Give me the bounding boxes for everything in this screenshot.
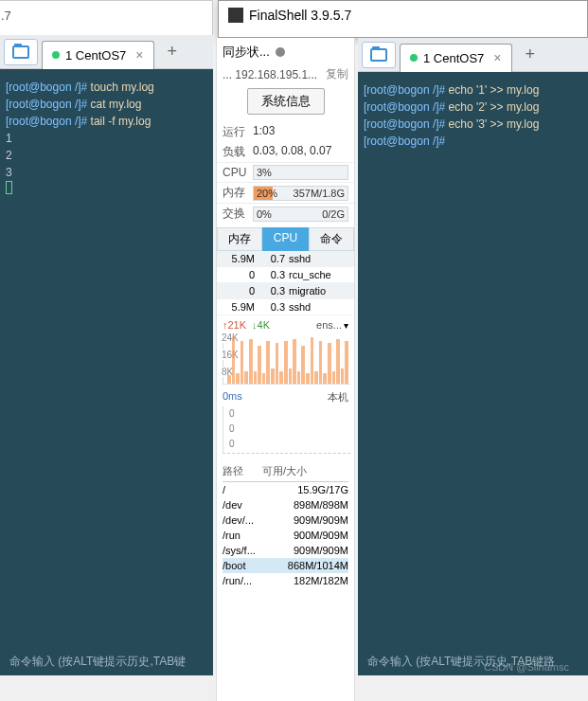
sync-label: 同步状... [223, 44, 270, 61]
ping-value: 0ms [223, 390, 242, 404]
cmd: echo '2' >> my.log [449, 100, 540, 114]
ping-row: 0ms 本机 [217, 386, 354, 404]
sync-dot-icon [276, 47, 285, 57]
input-hint[interactable]: 命令输入 (按ALT键提示历史,TAB键 [9, 654, 213, 670]
ip-row: ... 192.168.195.1... 复制 [217, 66, 354, 88]
status-dot-icon [410, 54, 418, 62]
net-chart: 24K 16K 8K [223, 333, 350, 385]
load-value: 0.03, 0.08, 0.07 [253, 144, 348, 160]
copy-button[interactable]: 复制 [326, 66, 348, 82]
disk-head-path[interactable]: 路径 [223, 464, 262, 478]
ping-chart: 0 0 0 [223, 406, 350, 454]
tab-label: 1 CentOS7 [423, 51, 484, 65]
app-icon [228, 8, 243, 23]
info-panel: 同步状... ... 192.168.195.1... 复制 系统信息 运行1:… [216, 38, 355, 701]
proc-tab-cpu[interactable]: CPU [262, 227, 308, 251]
prompt: [root@bogon /]# [364, 135, 445, 148]
cursor-icon [6, 181, 12, 194]
output-line: 2 [6, 147, 207, 164]
output-line: 3 [6, 164, 207, 181]
disk-row[interactable]: /sys/f...909M/909M [223, 543, 348, 558]
disk-row[interactable]: /dev/...909M/909M [223, 512, 348, 528]
swap-bar: 0%0/2G [253, 207, 348, 222]
swap-pct: 0% [254, 208, 272, 220]
bg-title-fragment: .7 [1, 9, 11, 23]
cmd: cat my.log [91, 98, 142, 111]
prompt: [root@bogon /]# [6, 115, 87, 128]
close-icon[interactable]: × [135, 47, 143, 63]
net-iface[interactable]: ens... [316, 319, 342, 331]
cpu-bar: 3% [253, 165, 348, 180]
folder-icon [12, 45, 29, 59]
status-dot-icon [52, 51, 60, 59]
mem-label: 内存 [223, 185, 253, 201]
proc-table: 5.9M0.7sshd 00.3rcu_sche 00.3migratio 5.… [217, 251, 354, 315]
mem-bar: 20%357M/1.8G [253, 186, 348, 201]
folder-button[interactable] [362, 42, 396, 68]
load-label: 负载 [223, 144, 253, 160]
terminal-right[interactable]: [root@bogon /]# echo '1' >> my.log [root… [358, 72, 588, 675]
cmd: echo '3' >> my.log [449, 117, 540, 131]
sync-status[interactable]: 同步状... [217, 38, 354, 66]
uptime-label: 运行 [223, 124, 253, 140]
proc-tab-mem[interactable]: 内存 [217, 227, 262, 251]
swap-txt: 0/2G [322, 208, 345, 220]
ip-text: ... 192.168.195.1... [223, 68, 317, 81]
cmd: echo '1' >> my.log [449, 83, 540, 97]
mem-txt: 357M/1.8G [294, 188, 345, 199]
disk-row[interactable]: /dev898M/898M [223, 497, 348, 512]
prompt: [root@bogon /]# [6, 81, 87, 94]
cmd: touch my.log [91, 81, 154, 94]
proc-row[interactable]: 5.9M0.3sshd [217, 299, 354, 315]
main-window: FinalShell 3.9.5.7 [218, 0, 588, 38]
titlebar[interactable]: FinalShell 3.9.5.7 [219, 1, 587, 29]
prompt: [root@bogon /]# [6, 98, 87, 111]
cpu-pct: 3% [254, 167, 272, 178]
uptime-value: 1:03 [253, 124, 348, 140]
disk-row[interactable]: /15.9G/17G [223, 482, 348, 497]
proc-tab-cmd[interactable]: 命令 [309, 227, 354, 251]
disk-row[interactable]: /run/...182M/182M [223, 573, 348, 588]
net-down: ↓4K [252, 319, 270, 331]
ping-host[interactable]: 本机 [328, 390, 348, 404]
disk-row[interactable]: /boot868M/1014M [223, 558, 348, 573]
tab-right[interactable]: 1 CentOS7 × [400, 44, 512, 72]
net-up: ↑21K [223, 319, 246, 331]
sysinfo-button[interactable]: 系统信息 [247, 88, 325, 115]
cmd: tail -f my.log [91, 115, 151, 128]
prompt: [root@bogon /]# [364, 100, 445, 114]
tab-label: 1 CentOS7 [65, 48, 126, 63]
proc-row[interactable]: 5.9M0.7sshd [217, 251, 354, 267]
tab-add-button[interactable]: + [160, 42, 186, 62]
swap-label: 交换 [223, 206, 253, 222]
disk-row[interactable]: /run900M/909M [223, 528, 348, 543]
prompt: [root@bogon /]# [364, 83, 445, 97]
chevron-down-icon[interactable]: ▾ [344, 320, 348, 331]
mem-pct: 20% [254, 188, 277, 199]
net-row: ↑21K ↓4K ens... ▾ [217, 315, 354, 331]
folder-button[interactable] [4, 39, 38, 65]
close-icon[interactable]: × [493, 50, 501, 65]
tab-left[interactable]: 1 CentOS7 × [42, 41, 154, 69]
terminal-left[interactable]: [root@bogon /]# touch my.log [root@bogon… [0, 69, 213, 675]
proc-row[interactable]: 00.3migratio [217, 283, 354, 299]
left-tabbar: 1 CentOS7 × + [0, 35, 213, 69]
disk-table: 路径可用/大小 /15.9G/17G /dev898M/898M /dev/..… [217, 461, 354, 588]
proc-row[interactable]: 00.3rcu_sche [217, 267, 354, 283]
disk-head-size[interactable]: 可用/大小 [262, 464, 307, 478]
prompt: [root@bogon /]# [364, 117, 445, 131]
right-tabbar: 1 CentOS7 × + [358, 38, 588, 72]
tab-add-button[interactable]: + [518, 45, 543, 64]
cpu-label: CPU [223, 166, 253, 179]
app-title: FinalShell 3.9.5.7 [249, 8, 351, 23]
watermark: CSDN @Siinamsc [484, 661, 569, 673]
folder-icon [370, 48, 387, 62]
output-line: 1 [6, 130, 207, 147]
proc-tabs: 内存 CPU 命令 [217, 227, 354, 251]
